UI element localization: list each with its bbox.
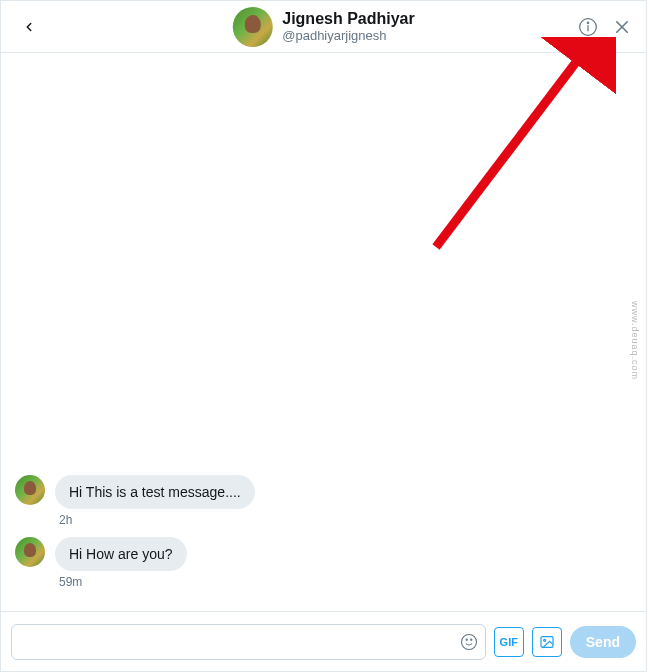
gif-label: GIF [500,636,518,648]
avatar [232,7,272,47]
header-actions [576,15,634,39]
message-bubble[interactable]: Hi This is a test message.... [55,475,255,509]
header-user-block[interactable]: Jignesh Padhiyar @padhiyarjignesh [232,7,415,47]
svg-point-9 [543,639,545,641]
svg-point-7 [470,639,471,640]
gif-button[interactable]: GIF [494,627,524,657]
avatar[interactable] [15,537,45,567]
svg-point-2 [587,22,588,23]
info-icon [578,17,598,37]
message-content: Hi This is a test message.... 2h [55,475,255,527]
message-timestamp: 2h [59,513,255,527]
dm-header: Jignesh Padhiyar @padhiyarjignesh [1,1,646,53]
user-info: Jignesh Padhiyar @padhiyarjignesh [282,9,415,44]
svg-point-5 [461,634,476,649]
message-list: Hi This is a test message.... 2h Hi How … [1,465,646,601]
info-button[interactable] [576,15,600,39]
send-label: Send [586,634,620,650]
message-row: Hi How are you? 59m [15,537,632,589]
message-composer: GIF Send [1,611,646,671]
annotation-arrow [426,37,616,257]
svg-point-6 [466,639,467,640]
message-row: Hi This is a test message.... 2h [15,475,632,527]
avatar[interactable] [15,475,45,505]
emoji-button[interactable] [460,633,478,651]
message-timestamp: 59m [59,575,187,589]
compose-input-wrap [11,624,486,660]
watermark: www.deuaq.com [630,301,640,380]
close-button[interactable] [610,15,634,39]
message-input[interactable] [11,624,486,660]
send-button[interactable]: Send [570,626,636,658]
user-handle: @padhiyarjignesh [282,28,415,44]
user-name: Jignesh Padhiyar [282,9,415,28]
photo-button[interactable] [532,627,562,657]
chevron-left-icon [22,20,36,34]
svg-line-11 [436,49,586,247]
message-content: Hi How are you? 59m [55,537,187,589]
image-icon [539,634,555,650]
svg-rect-8 [541,636,553,647]
smile-icon [460,633,478,651]
back-button[interactable] [13,11,45,43]
message-bubble[interactable]: Hi How are you? [55,537,187,571]
close-icon [613,18,631,36]
